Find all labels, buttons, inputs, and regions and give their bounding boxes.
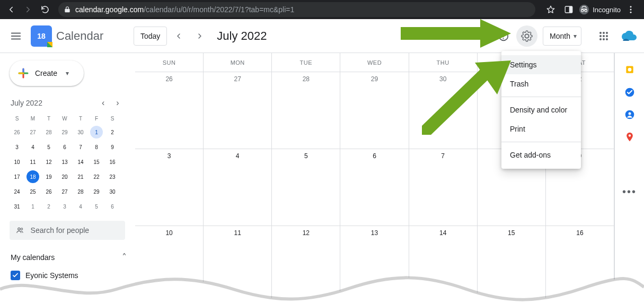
browser-address-bar[interactable]: calendar.google.com/calendar/u/0/r/month… — [58, 2, 535, 17]
grid-day-cell[interactable]: 30 — [409, 72, 478, 149]
mini-dow-label: F — [95, 116, 98, 122]
keep-icon[interactable] — [624, 65, 635, 75]
mini-day-cell[interactable]: 2 — [42, 200, 55, 213]
mini-day-cell[interactable]: 3 — [11, 141, 23, 153]
mini-day-cell[interactable]: 30 — [74, 126, 87, 138]
grid-day-cell[interactable]: 28 — [272, 72, 340, 149]
mini-day-cell[interactable]: 13 — [58, 155, 71, 168]
my-calendars-toggle[interactable]: My calendars ˄ — [10, 252, 130, 263]
grid-day-cell[interactable]: 26 — [135, 72, 204, 149]
calendar-checkbox[interactable] — [11, 271, 20, 280]
create-button[interactable]: Create ▾ — [10, 60, 84, 86]
mini-day-cell[interactable]: 5 — [42, 141, 55, 153]
mini-day-cell[interactable]: 20 — [58, 170, 71, 183]
grid-day-cell[interactable]: 15 — [478, 226, 546, 303]
grid-day-cell[interactable]: 12 — [272, 226, 340, 303]
main-menu-button[interactable] — [3, 23, 29, 49]
bookmark-star-button[interactable] — [543, 2, 559, 18]
contacts-icon[interactable] — [624, 109, 635, 120]
mini-day-cell[interactable]: 8 — [90, 141, 103, 153]
mini-day-cell[interactable]: 17 — [11, 170, 23, 183]
mini-next-month-button[interactable]: › — [111, 97, 124, 109]
today-button[interactable]: Today — [134, 27, 167, 46]
mini-day-cell[interactable]: 7 — [74, 141, 87, 153]
mini-day-cell[interactable]: 6 — [58, 141, 71, 153]
settings-button[interactable] — [516, 25, 537, 47]
mini-day-cell[interactable]: 1 — [27, 200, 39, 213]
grid-day-cell[interactable]: 27 — [204, 72, 272, 149]
tasks-icon[interactable] — [624, 87, 635, 98]
mini-day-cell[interactable]: 23 — [106, 170, 119, 183]
mini-day-cell[interactable]: 11 — [27, 155, 39, 168]
mini-day-cell[interactable]: 15 — [90, 155, 103, 168]
mini-day-cell[interactable]: 3 — [58, 200, 71, 213]
mini-day-cell[interactable]: 4 — [74, 200, 87, 213]
date-range-label: July 2022 — [217, 29, 267, 43]
mini-day-cell[interactable]: 25 — [27, 185, 39, 198]
mini-day-cell[interactable]: 26 — [11, 126, 23, 138]
mini-day-cell[interactable]: 18 — [27, 170, 39, 183]
view-switcher[interactable]: Month ▾ — [543, 27, 581, 46]
mini-day-cell[interactable]: 29 — [58, 126, 71, 138]
help-button[interactable] — [493, 25, 514, 47]
browser-forward-button[interactable] — [20, 2, 36, 18]
grid-day-cell[interactable]: 29 — [340, 72, 409, 149]
grid-day-cell[interactable]: 16 — [546, 226, 614, 303]
app-logo-block[interactable]: 18 Calendar — [31, 25, 131, 47]
google-apps-button[interactable] — [593, 25, 614, 47]
mini-day-cell[interactable]: 28 — [74, 185, 87, 198]
account-avatar[interactable] — [621, 28, 638, 45]
grid-day-cell[interactable]: 3 — [135, 149, 204, 226]
mini-day-cell[interactable]: 31 — [11, 200, 23, 213]
settings-menu-item[interactable]: Print — [501, 119, 581, 138]
settings-menu-item[interactable]: Trash — [501, 74, 581, 93]
mini-day-cell[interactable]: 6 — [106, 200, 119, 213]
mini-prev-month-button[interactable]: ‹ — [97, 97, 110, 109]
grid-day-cell[interactable]: 6 — [340, 149, 409, 226]
prev-period-button[interactable] — [169, 27, 188, 46]
mini-day-cell[interactable]: 27 — [27, 126, 39, 138]
grid-day-cell[interactable]: 5 — [272, 149, 340, 226]
grid-day-cell[interactable]: 14 — [409, 226, 478, 303]
mini-day-cell[interactable]: 29 — [90, 185, 103, 198]
mini-day-cell[interactable]: 27 — [58, 185, 71, 198]
mini-day-cell[interactable]: 14 — [74, 155, 87, 168]
grid-day-cell[interactable]: 13 — [340, 226, 409, 303]
mini-day-cell[interactable]: 2 — [106, 126, 119, 138]
settings-menu-item[interactable]: Density and color — [501, 100, 581, 119]
mini-day-cell[interactable]: 9 — [106, 141, 119, 153]
mini-day-cell[interactable]: 1 — [90, 126, 103, 138]
next-period-button[interactable] — [190, 27, 209, 46]
search-button[interactable] — [470, 25, 491, 47]
search-people-input[interactable] — [30, 226, 119, 235]
mini-day-cell[interactable]: 12 — [42, 155, 55, 168]
browser-reload-button[interactable] — [37, 2, 53, 18]
mini-day-cell[interactable]: 24 — [11, 185, 23, 198]
grid-day-cell[interactable]: 11 — [204, 226, 272, 303]
mini-day-cell[interactable]: 5 — [90, 200, 103, 213]
mini-day-cell[interactable]: 4 — [27, 141, 39, 153]
mini-day-cell[interactable]: 26 — [42, 185, 55, 198]
search-people-field[interactable] — [10, 221, 125, 240]
mini-day-cell[interactable]: 30 — [106, 185, 119, 198]
grid-day-cell[interactable]: 7 — [409, 149, 478, 226]
incognito-indicator[interactable]: Incognito — [579, 4, 621, 15]
maps-icon[interactable] — [624, 132, 635, 142]
browser-menu-button[interactable] — [623, 2, 639, 18]
mini-day-cell[interactable]: 21 — [74, 170, 87, 183]
mini-day-cell[interactable]: 28 — [42, 126, 55, 138]
side-panel-button[interactable] — [561, 2, 577, 18]
mini-day-cell[interactable]: 16 — [106, 155, 119, 168]
browser-back-button[interactable] — [3, 2, 19, 18]
mini-day-cell[interactable]: 22 — [90, 170, 103, 183]
calendar-list-item[interactable]: Eyonic Systems — [10, 271, 130, 280]
grid-day-cell[interactable]: 10 — [135, 226, 204, 303]
side-panel-more-button[interactable]: ••• — [622, 186, 637, 198]
mini-day-cell[interactable]: 19 — [42, 170, 55, 183]
mini-day-cell[interactable]: 10 — [11, 155, 23, 168]
grid-dow-header: WED — [340, 53, 409, 72]
grid-day-cell[interactable]: 4 — [204, 149, 272, 226]
settings-menu-item[interactable]: Settings — [501, 55, 581, 74]
app-header: 18 Calendar Today July 2022 Month ▾ — [0, 19, 644, 53]
settings-menu-item[interactable]: Get add-ons — [501, 145, 581, 165]
